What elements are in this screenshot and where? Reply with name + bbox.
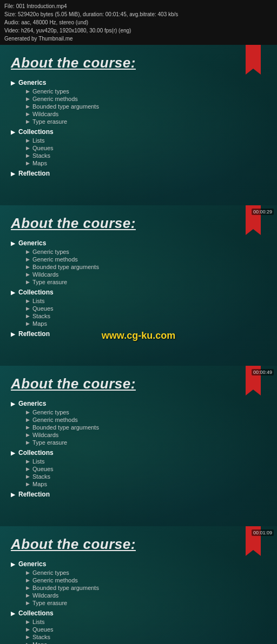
list-item: ▶Queues (26, 305, 266, 312)
section-header-0: ▶Generics (11, 239, 266, 247)
section-arrow-icon: ▶ (11, 331, 15, 337)
sub-arrow-icon: ▶ (26, 264, 30, 270)
sub-item-label: Bounded type arguments (32, 585, 99, 591)
sub-arrow-icon: ▶ (26, 474, 30, 479)
sub-item-label: Wildcards (32, 271, 58, 278)
list-item: ▶Generic methods (26, 96, 266, 102)
sub-items-list: ▶Lists▶Queues▶Stacks▶Maps (11, 619, 266, 644)
section-0: ▶Generics▶Generic types▶Generic methods▶… (11, 239, 266, 285)
sub-items-list: ▶Lists▶Queues▶Stacks▶Maps (11, 458, 266, 487)
section-label: Generics (18, 239, 46, 247)
list-item: ▶Bounded type arguments (26, 103, 266, 110)
list-item: ▶Maps (26, 641, 266, 644)
sub-item-label: Maps (32, 320, 47, 327)
sub-item-label: Lists (32, 458, 45, 465)
sub-arrow-icon: ▶ (26, 249, 30, 254)
list-item: ▶Queues (26, 466, 266, 472)
course-title: About the course: (11, 536, 266, 553)
section-arrow-icon: ▶ (11, 611, 15, 616)
section-arrow-icon: ▶ (11, 492, 15, 498)
sub-item-label: Lists (32, 137, 45, 144)
sub-item-label: Stacks (32, 313, 50, 319)
sub-item-label: Wildcards (32, 592, 58, 599)
sub-item-label: Bounded type arguments (32, 103, 99, 110)
list-item: ▶Type erasure (26, 279, 266, 285)
section-2: ▶Reflection (11, 170, 266, 177)
list-item: ▶Bounded type arguments (26, 424, 266, 431)
sub-arrow-icon: ▶ (26, 481, 30, 487)
section-header-0: ▶Generics (11, 560, 266, 568)
sub-item-label: Generic types (32, 569, 69, 576)
sub-item-label: Wildcards (32, 111, 58, 117)
sub-arrow-icon: ▶ (26, 279, 30, 285)
sub-item-label: Type erasure (32, 600, 67, 606)
list-item: ▶Wildcards (26, 432, 266, 438)
sub-arrow-icon: ▶ (26, 440, 30, 445)
sub-item-label: Lists (32, 298, 45, 304)
sub-item-label: Queues (32, 145, 54, 151)
section-label: Generics (18, 79, 46, 86)
list-item: ▶Type erasure (26, 118, 266, 125)
info-line-5: Generated by Thumbnail.me (4, 35, 273, 43)
section-header-2: ▶Reflection (11, 330, 266, 338)
section-2: ▶Reflection (11, 491, 266, 498)
list-item: ▶Stacks (26, 634, 266, 640)
sub-arrow-icon: ▶ (26, 593, 30, 598)
list-item: ▶Generic types (26, 409, 266, 415)
section-arrow-icon: ▶ (11, 171, 15, 177)
sub-item-label: Maps (32, 641, 47, 644)
sub-arrow-icon: ▶ (26, 257, 30, 262)
sub-arrow-icon: ▶ (26, 111, 30, 117)
sub-arrow-icon: ▶ (26, 627, 30, 632)
section-label: Collections (18, 449, 54, 457)
section-header-0: ▶Generics (11, 79, 266, 86)
sub-arrow-icon: ▶ (26, 619, 30, 625)
list-item: ▶Generic types (26, 88, 266, 95)
section-1: ▶Collections▶Lists▶Queues▶Stacks▶Maps (11, 128, 266, 166)
sub-arrow-icon: ▶ (26, 313, 30, 319)
section-label: Collections (18, 609, 54, 617)
sub-arrow-icon: ▶ (26, 145, 30, 151)
sub-item-label: Lists (32, 619, 45, 625)
video-frame-3: 00:00:49About the course:▶Generics▶Gener… (0, 366, 277, 526)
list-item: ▶Stacks (26, 152, 266, 159)
sub-arrow-icon: ▶ (26, 104, 30, 109)
sub-arrow-icon: ▶ (26, 160, 30, 166)
sub-arrow-icon: ▶ (26, 459, 30, 464)
sub-arrow-icon: ▶ (26, 119, 30, 124)
list-item: ▶Wildcards (26, 111, 266, 117)
sub-arrow-icon: ▶ (26, 89, 30, 94)
sub-items-list: ▶Generic types▶Generic methods▶Bounded t… (11, 249, 266, 285)
section-label: Reflection (18, 491, 50, 498)
sub-item-label: Queues (32, 626, 54, 633)
sub-arrow-icon: ▶ (26, 298, 30, 304)
section-arrow-icon: ▶ (11, 450, 15, 456)
sub-item-label: Stacks (32, 152, 50, 159)
list-item: ▶Bounded type arguments (26, 264, 266, 270)
section-arrow-icon: ▶ (11, 240, 15, 246)
sub-arrow-icon: ▶ (26, 600, 30, 606)
list-item: ▶Lists (26, 298, 266, 304)
sub-item-label: Stacks (32, 634, 50, 640)
sub-item-label: Maps (32, 481, 47, 487)
sub-item-label: Stacks (32, 473, 50, 480)
sub-item-label: Queues (32, 305, 54, 312)
sub-arrow-icon: ▶ (26, 410, 30, 415)
section-1: ▶Collections▶Lists▶Queues▶Stacks▶Maps (11, 449, 266, 487)
video-frame-2: 00:00:29About the course:▶Generics▶Gener… (0, 205, 277, 366)
section-arrow-icon: ▶ (11, 290, 15, 296)
section-0: ▶Generics▶Generic types▶Generic methods▶… (11, 400, 266, 446)
sub-item-label: Queues (32, 466, 54, 472)
sub-item-label: Generic methods (32, 256, 78, 263)
list-item: ▶Queues (26, 145, 266, 151)
info-line-2: Size: 529420o bytes (5.05 MiB), duration… (4, 10, 273, 18)
list-item: ▶Generic methods (26, 577, 266, 583)
section-label: Generics (18, 400, 46, 407)
list-item: ▶Wildcards (26, 271, 266, 278)
list-item: ▶Type erasure (26, 600, 266, 606)
sub-item-label: Type erasure (32, 118, 67, 125)
list-item: ▶Wildcards (26, 592, 266, 599)
list-item: ▶Generic types (26, 569, 266, 576)
list-item: ▶Lists (26, 137, 266, 144)
list-item: ▶Lists (26, 619, 266, 625)
